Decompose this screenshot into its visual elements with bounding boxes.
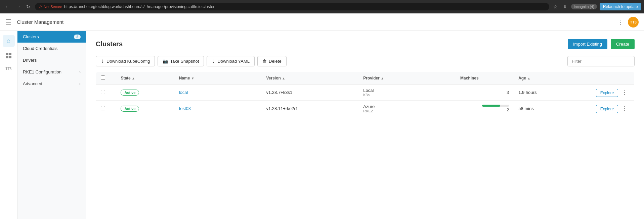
import-existing-button[interactable]: Import Existing — [568, 39, 607, 49]
sidebar-user-label: TT3 — [6, 67, 12, 71]
age-value: 58 mins — [518, 106, 534, 111]
trash-icon: 🗑 — [262, 59, 267, 64]
hamburger-menu-button[interactable]: ☰ — [5, 18, 11, 26]
back-button[interactable]: ← — [3, 3, 12, 10]
provider-name: Local — [363, 88, 451, 93]
relaunch-button[interactable]: Relaunch to update — [600, 3, 641, 10]
svg-rect-2 — [6, 56, 8, 58]
take-snapshot-button[interactable]: 📷 Take Snapshot — [158, 56, 204, 66]
page-header: Clusters Import Existing Create — [96, 39, 635, 49]
nav-item-drivers[interactable]: Drivers — [17, 54, 86, 66]
delete-label: Delete — [269, 59, 282, 64]
explore-button-test03[interactable]: Explore — [596, 105, 618, 113]
svg-rect-3 — [9, 56, 11, 58]
delete-button[interactable]: 🗑 Delete — [257, 56, 287, 66]
bookmark-button[interactable]: ☆ — [552, 3, 559, 10]
age-column-header[interactable]: Age ▲ — [514, 72, 572, 85]
cluster-link-test03[interactable]: test03 — [179, 106, 191, 111]
sidebar-icons: ⌂ TT3 — [0, 31, 17, 219]
svg-rect-0 — [6, 53, 8, 55]
download-kubeconfig-button[interactable]: ⇓ Download KubeConfig — [96, 56, 155, 66]
address-bar[interactable]: ⚠ Not Secure https://rancher.egtechblog.… — [35, 3, 549, 10]
camera-icon: 📷 — [163, 59, 168, 64]
content-area: Clusters Import Existing Create ⇓ Downlo… — [86, 31, 644, 219]
nav-badge-clusters: 2 — [74, 35, 81, 39]
nav-item-cloud-credentials[interactable]: Cloud Credentials — [17, 43, 86, 54]
nav-item-rke1-configuration[interactable]: RKE1 Configuration › — [17, 66, 86, 78]
row-age-cell: 1.9 hours — [514, 85, 572, 101]
machines-bar-fill — [482, 105, 500, 107]
table-row: Active test03 v1.28.11+rke2r1 Azure RKE2… — [96, 101, 635, 117]
name-label: Name — [179, 76, 190, 80]
provider-column-header[interactable]: Provider ▲ — [358, 72, 456, 85]
yaml-download-icon: ⇓ — [212, 59, 215, 64]
row-more-button-test03[interactable]: ⋮ — [619, 104, 630, 113]
app-title: Cluster Management — [17, 19, 618, 25]
nav-item-clusters-label: Clusters — [23, 34, 74, 39]
row-age-cell: 58 mins — [514, 101, 572, 117]
actions-column-header — [572, 72, 634, 85]
nav-item-rke1-label: RKE1 Configuration — [23, 69, 79, 74]
forward-button[interactable]: → — [13, 3, 23, 10]
state-column-header[interactable]: State ▲ — [116, 72, 174, 85]
machines-bar-container: 2 — [460, 105, 509, 112]
row-checkbox-0[interactable] — [101, 90, 105, 94]
machines-count: 3 — [460, 90, 509, 95]
machines-column-header: Machines — [456, 72, 514, 85]
row-name-cell: test03 — [174, 101, 262, 117]
row-checkbox-cell — [96, 85, 116, 101]
not-secure-indicator: ⚠ Not Secure — [39, 4, 62, 9]
version-sort-icon: ▲ — [282, 76, 285, 80]
advanced-chevron-icon: › — [79, 81, 81, 86]
toolbar: ⇓ Download KubeConfig 📷 Take Snapshot ⇓ … — [96, 56, 635, 66]
row-machines-cell: 3 — [456, 85, 514, 101]
apps-icon — [5, 52, 12, 59]
top-bar: ☰ Cluster Management ⋮ TT3 — [0, 13, 644, 31]
row-version-cell: v1.28.7+k3s1 — [262, 85, 359, 101]
state-sort-icon: ▲ — [132, 76, 135, 80]
status-badge: Active — [121, 106, 139, 112]
reload-button[interactable]: ↻ — [24, 3, 32, 10]
row-checkbox-1[interactable] — [101, 106, 105, 110]
row-checkbox-cell — [96, 101, 116, 117]
name-column-header[interactable]: Name ▼ — [174, 72, 262, 85]
row-actions-cell: Explore ⋮ — [572, 85, 634, 101]
download-kubeconfig-label: Download KubeConfig — [106, 59, 150, 64]
status-badge: Active — [121, 90, 139, 96]
filter-input[interactable] — [567, 56, 635, 66]
explore-button-local[interactable]: Explore — [596, 89, 618, 97]
select-all-checkbox[interactable] — [101, 75, 105, 80]
version-value: v1.28.7+k3s1 — [266, 90, 293, 95]
main-area: ⌂ TT3 Clusters 2 Cloud Credentials — [0, 31, 644, 219]
row-version-cell: v1.28.11+rke2r1 — [262, 101, 359, 117]
svg-rect-1 — [9, 53, 11, 55]
sidebar-apps-button[interactable] — [3, 50, 15, 62]
browser-chrome: ← → ↻ ⚠ Not Secure https://rancher.egtec… — [0, 0, 644, 13]
app-layout: ☰ Cluster Management ⋮ TT3 ⌂ TT3 — [0, 13, 644, 219]
cluster-link-local[interactable]: local — [179, 90, 188, 95]
nav-item-clusters[interactable]: Clusters 2 — [17, 31, 86, 43]
row-state-cell: Active — [116, 101, 174, 117]
download-button[interactable]: ⇩ — [562, 3, 568, 10]
download-icon: ⇓ — [101, 59, 104, 64]
url-text: https://rancher.egtechblog.work/dashboar… — [64, 4, 215, 9]
table-row: Active local v1.28.7+k3s1 Local K3s 3 1.… — [96, 85, 635, 101]
nav-buttons: ← → ↻ — [3, 3, 32, 10]
nav-item-drivers-label: Drivers — [23, 58, 81, 63]
create-button[interactable]: Create — [611, 39, 635, 49]
take-snapshot-label: Take Snapshot — [170, 59, 199, 64]
row-more-button-local[interactable]: ⋮ — [619, 88, 630, 97]
age-sort-icon: ▲ — [527, 76, 530, 80]
more-options-button[interactable]: ⋮ — [618, 18, 624, 26]
name-sort-icon: ▼ — [191, 76, 195, 80]
top-bar-actions: ⋮ TT3 — [618, 17, 639, 28]
machines-label: Machines — [460, 76, 479, 80]
download-yaml-button[interactable]: ⇓ Download YAML — [207, 56, 255, 66]
user-avatar[interactable]: TT3 — [628, 17, 639, 28]
nav-item-advanced[interactable]: Advanced › — [17, 78, 86, 90]
incognito-badge: Incognito (4) — [571, 4, 597, 9]
select-all-column[interactable] — [96, 72, 116, 85]
row-provider-cell: Local K3s — [358, 85, 456, 101]
version-column-header[interactable]: Version ▲ — [262, 72, 359, 85]
sidebar-home-button[interactable]: ⌂ — [3, 35, 15, 47]
